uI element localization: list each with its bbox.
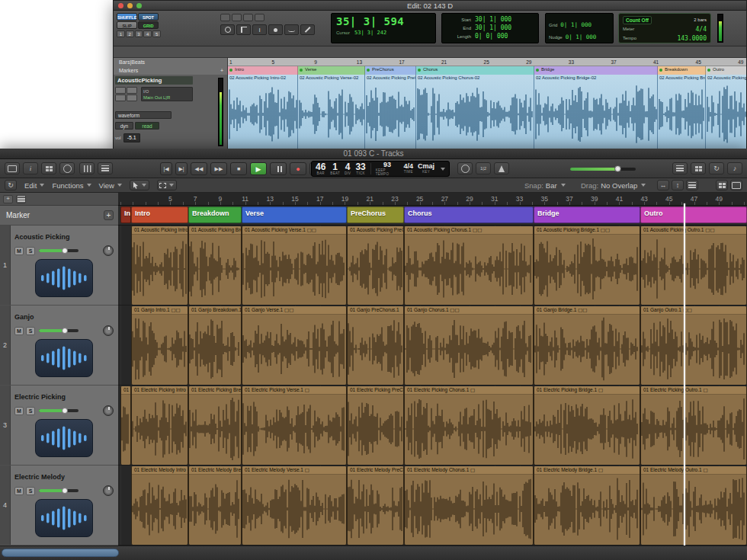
volume-thumb[interactable] [614,165,621,172]
audio-region[interactable]: 01 Electric Picking PreCh [347,386,404,465]
audio-region[interactable]: 02 Acoustic Picking PreChorus-02 [365,75,416,149]
rewind-button[interactable]: ◀◀ [191,162,207,175]
play-button[interactable]: ▶ [250,162,267,175]
pt-marker-segment[interactable]: PreChorus [365,66,416,75]
io-selector[interactable]: I/O Main Out L|R [141,87,193,101]
zoom-out-icon[interactable] [220,14,230,21]
smart-controls-icon[interactable] [59,162,75,174]
audio-region[interactable]: 01 Acoustic Picking PreC [347,226,404,305]
pt-marker-segment[interactable]: Chorus [416,66,534,75]
audio-region[interactable]: 02 Acoustic Picking Breakdown-02 [658,75,706,149]
pt-marker-segment[interactable]: Verse [298,66,365,75]
track-view-selector[interactable]: waveform [115,111,172,119]
zoom-preset-3[interactable]: 3 [135,30,143,37]
audio-zoom-icon[interactable] [243,14,253,21]
audio-region[interactable]: 01 Electric Melody PreCh [347,466,404,545]
grid-nudge-cluster[interactable]: Grid0| 1| 000 Nudge0| 1| 000 [545,13,614,43]
vol-value[interactable]: -5.1 [123,133,140,142]
lcd-mode-chevron-icon[interactable] [441,168,445,171]
volume-thumb[interactable] [62,248,68,254]
audio-region[interactable]: 01 Electric Melody Intro [131,466,188,545]
pause-button[interactable] [270,162,287,175]
go-to-beginning-button[interactable]: |◀ [160,162,172,175]
pt-bar-ruler[interactable]: 15913172125293337414549 [228,58,746,66]
audio-region[interactable]: 01 Electric Picking Verse.1 ▢ [242,386,347,465]
automation-mode-selector[interactable]: read [135,122,159,130]
record-button[interactable]: ● [290,162,306,175]
horizontal-scrollbar[interactable] [2,549,119,557]
inspector-icon[interactable] [23,162,38,174]
logic-bar-ruler[interactable]: 5791113151719212325272931333537394143454… [118,193,747,206]
drag-menu[interactable]: Drag:No Overlap [581,181,646,190]
marker-track-header[interactable]: Marker + [0,206,118,226]
protools-titlebar[interactable]: Edit: 02 143 D [114,1,746,11]
add-marker-button[interactable]: + [104,210,114,220]
midi-zoom-icon[interactable] [255,14,264,21]
zoom-preset-1[interactable]: 1 [117,30,125,37]
arrangement-marker-chorus[interactable]: Chorus [404,206,534,223]
grid-mode-button[interactable]: GRID [138,21,159,29]
volume-slider[interactable] [39,489,79,492]
audio-region[interactable]: 01 El [120,386,131,465]
vertical-zoom-icon[interactable] [672,180,684,190]
audio-region[interactable]: 02 Acoustic Picking Intro-02 [228,75,298,149]
snap-menu[interactable]: Snap:Bar [524,181,566,190]
arrangement-marker-prechorus[interactable]: PreChorus [347,206,404,223]
solo-button[interactable] [115,94,126,101]
note-pads-icon[interactable] [691,162,706,174]
arrangement-marker-bridge[interactable]: Bridge [534,206,640,223]
spot-mode-button[interactable]: SPOT [138,13,159,21]
pan-knob[interactable] [103,325,114,336]
playhead[interactable] [684,203,685,546]
solo-button[interactable]: S [26,487,35,495]
zoom-preset-2[interactable]: 2 [126,30,134,37]
pt-track-lane[interactable]: 02 Acoustic Picking Intro-0202 Acoustic … [228,75,746,149]
audio-region[interactable]: 01 Electric Melody Verse.1 ▢ [242,466,347,545]
master-volume-slider[interactable] [570,166,636,171]
volume-slider[interactable] [39,249,79,252]
mixer-icon[interactable] [79,162,95,174]
pointer-tool-button[interactable] [130,180,149,190]
solo-button[interactable]: S [26,407,35,415]
view-menu[interactable]: View [99,181,122,190]
solo-button[interactable]: S [26,247,35,255]
pan-knob[interactable] [103,405,114,416]
selector-tool-icon[interactable] [252,24,267,35]
count-in-icon[interactable] [476,162,491,174]
audio-region[interactable]: 01 Ganjo Chorus.1 ▢▢ [404,306,534,385]
list-editors-icon[interactable] [672,162,688,174]
pt-marker-segment[interactable]: Bridge [534,66,658,75]
pt-marker-segment[interactable]: Outro [706,66,746,75]
editors-icon[interactable] [98,162,113,174]
audio-region[interactable]: 01 Ganjo Verse.1 ▢▢ [242,306,347,385]
arrangement-marker-row[interactable]: IntroIntroBreakdownVersePreChorusChorusB… [118,206,747,226]
audio-region[interactable]: 01 Acoustic Picking Verse.1 ▢▢ [242,226,347,305]
audio-region[interactable]: 01 Electric Picking Bridge.1 ▢ [534,386,640,465]
go-to-end-button[interactable]: ▶| [175,162,188,175]
metronome-icon[interactable] [494,162,509,174]
mute-button[interactable] [127,94,137,101]
audio-region[interactable]: 01 Ganjo Bridge.1 ▢▢ [534,306,640,385]
zoom-preset-5[interactable]: 5 [152,30,161,37]
audio-region[interactable]: 01 Ganjo Breakdown.1 [188,306,242,385]
volume-thumb[interactable] [62,328,68,334]
mute-button[interactable]: M [14,247,24,255]
trim-tool-icon[interactable] [236,24,251,35]
pt-marker-segment[interactable]: Breakdown [658,66,706,75]
mute-button[interactable]: M [14,407,24,415]
logic-titlebar[interactable]: 01 093 C - Tracks [0,149,747,159]
audio-region[interactable]: 01 Electric Picking Break [188,386,242,465]
mute-button[interactable]: M [14,487,24,495]
volume-slider[interactable] [39,409,79,412]
main-counter[interactable]: 35| 3| 594 Cursor53| 3| 242 [331,13,436,43]
audio-region[interactable]: 01 Ganjo Intro.1 ▢▢ [131,306,188,385]
catch-playhead-icon[interactable] [5,180,17,190]
grabber-tool-icon[interactable] [268,24,283,35]
media-browser-icon[interactable] [727,162,742,174]
audio-region[interactable]: 01 Ganjo Outro.1 ▢▢ [640,306,747,385]
audio-region[interactable]: 01 Ganjo PreChorus.1 [347,306,404,385]
audio-region[interactable]: 01 Acoustic Picking Outro.1 ▢▢ [640,226,747,305]
zoom-preset-4[interactable]: 4 [143,30,152,37]
record-enable-button[interactable] [115,87,126,94]
audio-region[interactable]: 02 Acoustic Picking Chorus-02 [416,75,534,149]
